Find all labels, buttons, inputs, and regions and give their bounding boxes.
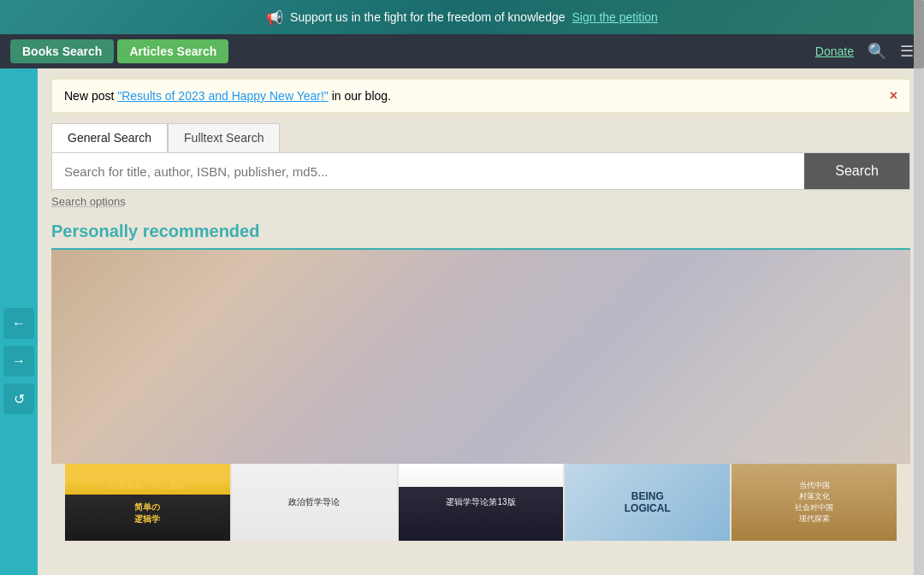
articles-search-tab[interactable]: Articles Search xyxy=(117,39,228,63)
book-carousel xyxy=(51,250,910,464)
search-input[interactable] xyxy=(52,153,804,189)
scrollbar[interactable] xyxy=(914,0,924,575)
carousel-background xyxy=(51,250,910,464)
book-title-2: 政治哲学导论 xyxy=(288,496,340,508)
search-icon[interactable]: 🔍 xyxy=(868,42,886,61)
search-tabs: General Search Fulltext Search xyxy=(51,123,910,152)
top-banner: 📢 Support us in the fight for the freedo… xyxy=(0,0,924,34)
notification-bar: New post "Results of 2023 and Happy New … xyxy=(51,79,910,113)
refresh-button[interactable]: ↺ xyxy=(3,383,34,414)
header-nav: Books Search Articles Search Donate 🔍 ☰ xyxy=(0,34,924,68)
book-item-5[interactable]: 当代中国村落文化社会对中国现代探索 xyxy=(732,464,897,541)
recommended-section: Personally recommended 注意兼顾，学点逻辑简单の逻辑学 政… xyxy=(51,222,910,541)
books-row: 注意兼顾，学点逻辑简单の逻辑学 政治哲学导论 逻辑学导论第13版 BEINGLO… xyxy=(65,464,897,541)
petition-link[interactable]: Sign the petition xyxy=(572,10,658,24)
search-box-row: Search xyxy=(51,152,910,190)
book-title-5: 当代中国村落文化社会对中国现代探索 xyxy=(795,480,833,525)
fulltext-search-tab[interactable]: Fulltext Search xyxy=(168,123,280,152)
book-item-1[interactable]: 注意兼顾，学点逻辑简单の逻辑学 xyxy=(65,464,230,541)
content-area: New post "Results of 2023 and Happy New … xyxy=(38,68,924,575)
donate-link[interactable]: Donate xyxy=(815,44,854,58)
book-title-3: 逻辑学导论第13版 xyxy=(446,496,515,508)
general-search-tab[interactable]: General Search xyxy=(51,123,168,152)
forward-button[interactable]: → xyxy=(3,346,34,376)
back-button[interactable]: ← xyxy=(3,308,34,339)
search-section: General Search Fulltext Search Search Se… xyxy=(51,123,910,208)
blog-post-link[interactable]: "Results of 2023 and Happy New Year!" xyxy=(117,89,329,103)
books-search-tab[interactable]: Books Search xyxy=(10,39,114,63)
banner-text: Support us in the fight for the freedom … xyxy=(290,10,565,24)
megaphone-icon: 📢 xyxy=(266,9,283,26)
notification-text: New post "Results of 2023 and Happy New … xyxy=(64,89,391,103)
book-title-1: 注意兼顾，学点逻辑简单の逻辑学 xyxy=(109,480,186,525)
main-content: ← → ↺ New post "Results of 2023 and Happ… xyxy=(0,68,924,575)
search-button[interactable]: Search xyxy=(804,153,909,189)
scrollbar-thumb[interactable] xyxy=(914,0,924,68)
search-options[interactable]: Search options xyxy=(51,195,910,208)
left-sidebar: ← → ↺ xyxy=(0,68,38,575)
book-item-2[interactable]: 政治哲学导论 xyxy=(232,464,397,541)
book-item-3[interactable]: 逻辑学导论第13版 xyxy=(399,464,564,541)
notification-close-button[interactable]: × xyxy=(890,88,897,104)
recommended-title: Personally recommended xyxy=(51,222,910,250)
header-right: Donate 🔍 ☰ xyxy=(815,42,914,61)
menu-icon[interactable]: ☰ xyxy=(900,42,914,61)
book-title-4: BEINGLOGICAL xyxy=(625,490,671,514)
book-item-4[interactable]: BEINGLOGICAL xyxy=(565,464,730,541)
